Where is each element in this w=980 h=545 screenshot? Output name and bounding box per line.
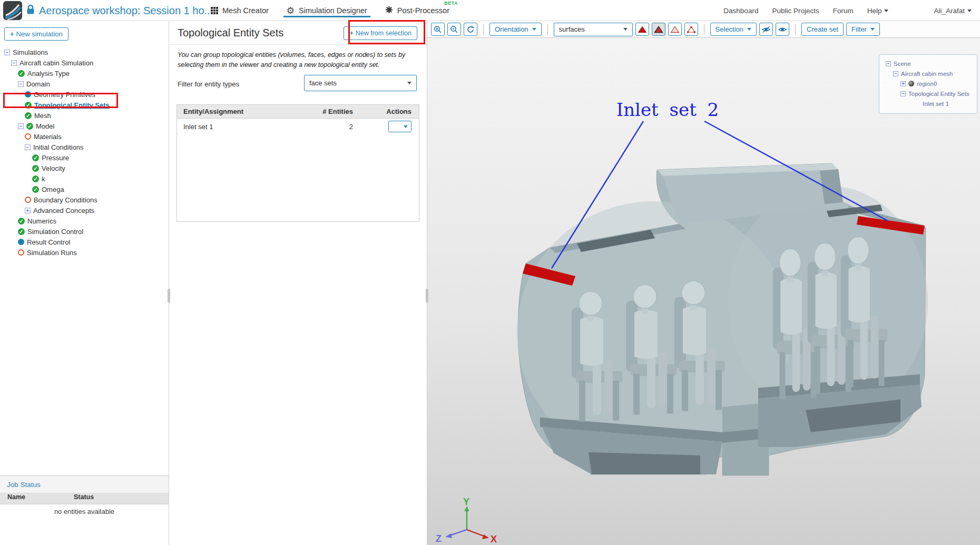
panel-description: You can group topological entities (volu…	[178, 50, 419, 70]
collapse-icon[interactable]	[886, 61, 891, 66]
status-icon	[18, 70, 25, 77]
nav-dashboard[interactable]: Dashboard	[723, 7, 758, 15]
app-tabs: Mesh Creator ⚙ Simulation Designer Post-…	[210, 0, 450, 21]
render-solid-edges-button[interactable]	[652, 23, 665, 36]
new-simulation-button[interactable]: New simulation	[4, 27, 68, 41]
entity-count: 2	[311, 123, 374, 131]
viewer-toolbar: Orientation surfaces Selection	[427, 21, 980, 38]
status-icon	[25, 112, 32, 119]
zoom-fit-button[interactable]	[447, 23, 461, 36]
new-from-selection-button[interactable]: New from selection	[344, 26, 417, 40]
chevron-down-icon	[884, 9, 888, 12]
orientation-button[interactable]: Orientation	[489, 23, 542, 36]
sidebar-divider-grip[interactable]	[168, 289, 170, 303]
tab-simulation-designer[interactable]: ⚙ Simulation Designer	[286, 0, 368, 21]
tree-item-k[interactable]: k	[0, 173, 169, 184]
render-points-button[interactable]	[684, 23, 698, 36]
collapse-icon[interactable]	[18, 81, 24, 87]
grid-icon	[211, 7, 218, 14]
toolbar-separator	[483, 24, 484, 35]
refresh-view-button[interactable]	[464, 23, 477, 36]
tree-item-domain[interactable]: Domain	[0, 79, 169, 89]
tree-item-simulation-runs[interactable]: Simulation Runs	[0, 247, 169, 258]
collapse-icon[interactable]	[25, 144, 31, 150]
create-set-button[interactable]: Create set	[801, 23, 844, 36]
nav-public-projects[interactable]: Public Projects	[772, 7, 819, 15]
tab-mesh-creator[interactable]: Mesh Creator	[210, 0, 270, 21]
scene-item-topological-entity-sets[interactable]: Topological Entity Sets	[880, 89, 973, 99]
expand-icon[interactable]	[900, 81, 906, 86]
tree-item-numerics[interactable]: Numerics	[0, 216, 169, 226]
chevron-down-icon	[532, 28, 536, 31]
job-status-panel: Job Status Name Status no entities avail…	[0, 475, 169, 545]
project-title[interactable]: Aerospace workshop: Session 1 ho...	[39, 5, 213, 17]
tree-item-omega[interactable]: Omega	[0, 184, 169, 194]
render-solid-button[interactable]	[635, 23, 649, 36]
status-icon	[26, 123, 33, 130]
row-actions-select[interactable]	[388, 121, 411, 132]
simscale-logo[interactable]	[3, 1, 22, 22]
status-icon	[25, 133, 31, 140]
nav-help[interactable]: Help	[867, 7, 889, 15]
aircraft-cabin-mesh-model[interactable]	[517, 163, 928, 475]
scene-item-scene[interactable]: Scene	[880, 59, 973, 69]
status-icon	[18, 249, 24, 256]
tree-item-pressure[interactable]: Pressure	[0, 152, 169, 163]
scene-item-region0[interactable]: region0	[880, 79, 973, 89]
tree-item-result-control[interactable]: Result Control	[0, 237, 169, 247]
collapse-icon[interactable]	[11, 60, 17, 66]
tree-item-boundary-conditions[interactable]: Boundary Conditions	[0, 194, 169, 205]
top-bar: Aerospace workshop: Session 1 ho... Mesh…	[0, 0, 980, 21]
tree-item-aircraft-cabin-simulation[interactable]: Aircraft cabin Simulation	[0, 57, 169, 68]
tree-item-advanced-concepts[interactable]: Advanced Concepts	[0, 205, 169, 216]
burst-gear-icon	[385, 6, 393, 15]
entity-type-filter-select[interactable]: face sets	[304, 75, 417, 91]
scene-tree-overlay: Scene Aircraft cabin mesh region0 Topolo…	[879, 54, 977, 114]
visibility-eye-icon[interactable]	[908, 81, 914, 86]
tree-item-simulation-control[interactable]: Simulation Control	[0, 226, 169, 237]
collapse-icon[interactable]	[893, 71, 898, 76]
job-status-empty-text: no entities available	[0, 504, 169, 515]
collapse-icon[interactable]	[900, 91, 906, 96]
tree-item-mesh[interactable]: Mesh	[0, 110, 169, 121]
selection-button[interactable]: Selection	[710, 23, 757, 36]
status-icon	[18, 218, 25, 225]
table-row-inlet-set-1[interactable]: Inlet set 1 2	[177, 119, 419, 134]
topological-entity-sets-panel: Topological Entity Sets New from selecti…	[169, 21, 427, 545]
chevron-down-icon	[967, 9, 972, 12]
panel-title: Topological Entity Sets	[178, 27, 283, 39]
tree-item-materials[interactable]: Materials	[0, 131, 169, 142]
scene-item-aircraft-cabin-mesh[interactable]: Aircraft cabin mesh	[880, 69, 973, 79]
filter-button[interactable]: Filter	[846, 23, 880, 36]
3d-viewport[interactable]: Inlet set 2 Y X Z Scene	[427, 38, 980, 545]
job-status-title[interactable]: Job Status	[0, 476, 169, 493]
axes-triad: Y X Z	[436, 497, 497, 544]
tab-post-processor[interactable]: Post-Processor BETA	[384, 0, 450, 21]
render-mode-select[interactable]: surfaces	[554, 23, 633, 36]
entity-set-name: Inlet set 1	[177, 123, 311, 131]
render-wireframe-button[interactable]	[668, 23, 682, 36]
collapse-icon[interactable]	[4, 50, 10, 55]
cabin-model-rendering[interactable]: Inlet set 2 Y X Z	[427, 38, 980, 545]
tree-item-simulations[interactable]: Simulations	[0, 47, 169, 57]
tree-item-topological-entity-sets[interactable]: Topological Entity Sets	[0, 100, 169, 110]
collapse-icon[interactable]	[18, 123, 24, 129]
nav-forum[interactable]: Forum	[833, 7, 854, 15]
expand-icon[interactable]	[25, 208, 31, 213]
tree-item-model[interactable]: Model	[0, 121, 169, 131]
status-icon	[25, 197, 31, 203]
beta-badge: BETA	[444, 1, 458, 6]
chevron-down-icon	[407, 82, 411, 84]
status-icon	[25, 102, 32, 109]
tree-item-velocity[interactable]: Velocity	[0, 163, 169, 173]
zoom-box-button[interactable]	[431, 23, 445, 36]
tree-item-geometry-primitives[interactable]: Geometry Primitives	[0, 89, 169, 100]
panel-divider-grip[interactable]	[426, 289, 428, 303]
scene-item-inlet-set-1[interactable]: Inlet set 1	[880, 99, 973, 109]
tree-item-analysis-type[interactable]: Analysis Type	[0, 68, 169, 79]
show-selection-button[interactable]	[776, 23, 789, 36]
hide-selection-button[interactable]	[759, 23, 773, 36]
simulation-tree: Simulations Aircraft cabin Simulation An…	[0, 47, 169, 258]
user-menu[interactable]: Ali_Arafat	[934, 7, 972, 15]
tree-item-initial-conditions[interactable]: Initial Conditions	[0, 142, 169, 152]
